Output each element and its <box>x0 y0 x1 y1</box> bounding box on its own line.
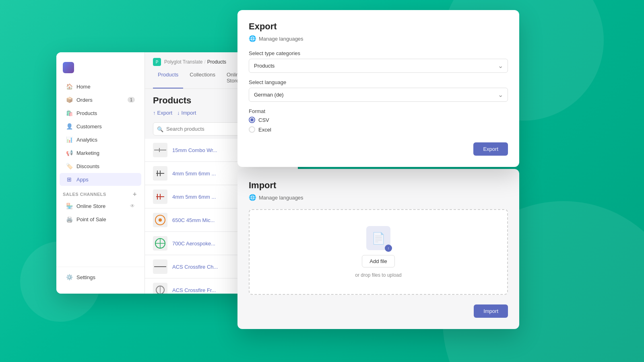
online-store-icon: 🏪 <box>66 203 72 209</box>
sidebar-item-settings[interactable]: ⚙️ Settings <box>60 271 141 284</box>
sidebar-item-products[interactable]: 🛍️ Products <box>60 107 141 119</box>
import-title: Import <box>249 180 508 191</box>
sidebar-logo <box>56 59 144 80</box>
upload-arrow-icon: ↑ <box>385 245 392 252</box>
marketing-icon: 📢 <box>66 150 72 156</box>
add-channel-button[interactable]: + <box>132 191 138 197</box>
settings-icon: ⚙️ <box>66 274 72 280</box>
sidebar-item-label: Apps <box>76 177 89 183</box>
sidebar-item-orders[interactable]: 📦 Orders 1 <box>60 93 141 106</box>
home-icon: 🏠 <box>66 83 72 90</box>
type-select-wrapper: Products Collections Pages Blog posts <box>249 59 508 73</box>
product-name: ACS Crossfire Fr... <box>172 287 216 293</box>
export-icon: ↑ <box>153 110 156 116</box>
tab-collections[interactable]: Collections <box>185 68 220 88</box>
product-thumbnail <box>153 259 167 274</box>
sidebar-item-label: Analytics <box>76 137 97 143</box>
language-select-wrapper: German (de) French (fr) Spanish (es) Ita… <box>249 88 508 102</box>
upload-zone[interactable]: ↑ Add file or drop files to upload <box>249 209 508 295</box>
import-panel-footer: Import <box>249 304 508 318</box>
sidebar-item-label: Orders <box>76 97 93 103</box>
sales-channels-section: SALES CHANNELS + <box>56 186 144 199</box>
sidebar-item-point-of-sale[interactable]: 🖨️ Point of Sale <box>60 213 141 226</box>
product-name: 15mm Combo Wr... <box>172 147 217 153</box>
analytics-icon: 📊 <box>66 136 72 143</box>
svg-rect-0 <box>154 150 166 150</box>
product-name: 650C 45mm Mic... <box>172 217 215 223</box>
export-panel-footer: Export <box>249 142 508 156</box>
sidebar-item-label: Discounts <box>76 163 99 169</box>
sidebar-item-online-store[interactable]: 🏪 Online Store 👁 <box>60 200 141 212</box>
language-label: Select language <box>249 79 508 85</box>
eye-icon: 👁 <box>130 203 135 209</box>
languages-icon: 🌐 <box>249 35 256 42</box>
svg-rect-1 <box>159 148 160 152</box>
sidebar-item-home[interactable]: 🏠 Home <box>60 80 141 93</box>
add-file-button[interactable]: Add file <box>362 255 394 267</box>
sidebar-item-label: Settings <box>76 274 95 280</box>
manage-languages-link[interactable]: 🌐 Manage languages <box>249 35 508 42</box>
polyglot-logo-icon: P <box>153 58 161 66</box>
sidebar-item-label: Customers <box>76 123 102 130</box>
sidebar-item-customers[interactable]: 👤 Customers <box>60 120 141 133</box>
import-panel: Import 🌐 Manage languages ↑ Add file or … <box>237 169 519 329</box>
language-group: Select language German (de) French (fr) … <box>249 79 508 102</box>
import-languages-icon: 🌐 <box>249 194 256 201</box>
svg-point-9 <box>159 218 162 222</box>
type-category-group: Select type categories Products Collecti… <box>249 50 508 73</box>
format-csv-option[interactable]: CSV <box>249 117 508 123</box>
format-options: CSV Excel <box>249 117 508 133</box>
tab-products[interactable]: Products <box>153 68 183 88</box>
product-thumbnail <box>153 283 167 294</box>
product-thumbnail <box>153 189 167 204</box>
sidebar-item-label: Point of Sale <box>76 216 106 222</box>
sidebar-bottom: ⚙️ Settings <box>56 267 144 287</box>
products-icon: 🛍️ <box>66 110 72 116</box>
export-button[interactable]: Export <box>473 142 508 156</box>
csv-radio[interactable] <box>249 117 255 123</box>
export-panel: Export 🌐 Manage languages Select type ca… <box>237 10 519 167</box>
product-name: 700C Aerospoke... <box>172 241 215 247</box>
upload-icon: ↑ <box>366 226 390 250</box>
import-button[interactable]: Import <box>474 304 508 318</box>
sidebar-item-marketing[interactable]: 📢 Marketing <box>60 146 141 159</box>
sidebar-item-discounts[interactable]: 🏷️ Discounts <box>60 160 141 173</box>
product-name: 4mm 5mm 6mm ... <box>172 171 216 177</box>
sidebar-item-label: Online Store <box>76 203 105 209</box>
export-title: Export <box>249 21 508 32</box>
product-thumbnail <box>153 143 167 157</box>
product-name: 4mm 5mm 6mm ... <box>172 194 216 200</box>
logo-icon <box>63 62 74 73</box>
customers-icon: 👤 <box>66 123 72 130</box>
import-link[interactable]: ↓ Import <box>177 110 196 116</box>
orders-badge: 1 <box>128 97 135 103</box>
format-excel-option[interactable]: Excel <box>249 126 508 133</box>
breadcrumb-separator: / <box>204 59 205 65</box>
format-label: Format <box>249 108 508 114</box>
svg-rect-13 <box>154 266 166 267</box>
sidebar-item-analytics[interactable]: 📊 Analytics <box>60 133 141 146</box>
product-thumbnail <box>153 236 167 251</box>
import-icon: ↓ <box>177 110 180 116</box>
discounts-icon: 🏷️ <box>66 163 72 169</box>
breadcrumb-app: Polyglot Translate <box>164 59 202 65</box>
sidebar-nav: 🏠 Home 📦 Orders 1 🛍️ Products 👤 Customer… <box>56 80 144 267</box>
apps-icon: ⊞ <box>66 176 72 183</box>
product-name: ACS Crossfire Ch... <box>172 264 218 270</box>
excel-radio[interactable] <box>249 126 255 133</box>
orders-icon: 📦 <box>66 97 72 103</box>
import-manage-languages-link[interactable]: 🌐 Manage languages <box>249 194 508 201</box>
type-select[interactable]: Products Collections Pages Blog posts <box>249 59 508 73</box>
pos-icon: 🖨️ <box>66 216 72 222</box>
sidebar-item-label: Marketing <box>76 150 99 156</box>
breadcrumb-current: Products <box>207 59 226 65</box>
product-thumbnail <box>153 166 167 181</box>
upload-hint: or drop files to upload <box>355 272 401 278</box>
language-select[interactable]: German (de) French (fr) Spanish (es) Ita… <box>249 88 508 102</box>
sidebar-item-apps[interactable]: ⊞ Apps <box>60 173 141 186</box>
export-link[interactable]: ↑ Export <box>153 110 172 116</box>
search-icon: 🔍 <box>157 126 163 132</box>
format-group: Format CSV Excel <box>249 108 508 133</box>
sidebar-item-label: Products <box>76 110 97 116</box>
sidebar: 🏠 Home 📦 Orders 1 🛍️ Products 👤 Customer… <box>56 52 145 294</box>
